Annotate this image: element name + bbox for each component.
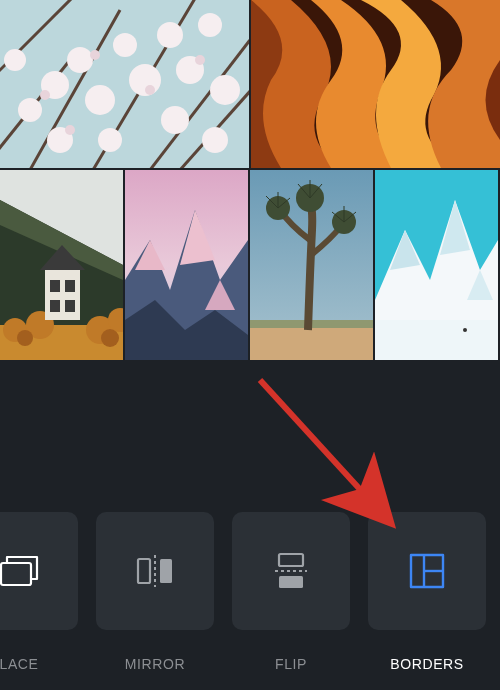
- house-autumn-icon: [0, 170, 123, 360]
- collage-cell-canyon[interactable]: [251, 0, 500, 168]
- slot-canyon-icon: [251, 0, 500, 168]
- collage-cell-joshua[interactable]: [250, 170, 373, 360]
- svg-rect-35: [65, 280, 75, 292]
- collage-cell-house[interactable]: [0, 170, 123, 360]
- borders-icon: [401, 545, 453, 597]
- tool-labels: LACE MIRROR FLIP BORDERS: [0, 656, 500, 672]
- svg-point-30: [17, 330, 33, 346]
- svg-point-18: [145, 85, 155, 95]
- svg-rect-37: [65, 300, 75, 312]
- svg-point-65: [463, 328, 467, 332]
- svg-point-14: [161, 106, 189, 134]
- collage-cell-blossoms[interactable]: [0, 0, 249, 168]
- tool-borders[interactable]: [368, 512, 486, 630]
- joshua-tree-icon: [250, 170, 373, 360]
- edit-toolbar: LACE MIRROR FLIP BORDERS: [0, 360, 500, 690]
- svg-point-5: [113, 33, 137, 57]
- alpine-sunset-icon: [125, 170, 248, 360]
- collage-cell-alpine[interactable]: [125, 170, 248, 360]
- cherry-blossoms-icon: [0, 0, 249, 168]
- tool-mirror[interactable]: [96, 512, 214, 630]
- svg-marker-32: [45, 270, 80, 320]
- collage-row-top: [0, 0, 500, 168]
- tool-flip[interactable]: [232, 512, 350, 630]
- svg-point-1: [18, 98, 42, 122]
- svg-point-20: [65, 125, 75, 135]
- svg-point-9: [198, 13, 222, 37]
- label-mirror: MIRROR: [96, 656, 214, 672]
- svg-point-19: [195, 55, 205, 65]
- svg-point-16: [40, 90, 50, 100]
- label-replace: LACE: [0, 656, 78, 672]
- svg-point-10: [210, 75, 240, 105]
- svg-rect-34: [50, 280, 60, 292]
- svg-rect-72: [279, 576, 303, 588]
- svg-point-7: [157, 22, 183, 48]
- svg-rect-69: [160, 559, 172, 583]
- svg-point-4: [85, 85, 115, 115]
- svg-point-3: [67, 47, 93, 73]
- svg-rect-70: [279, 554, 303, 566]
- svg-point-12: [4, 49, 26, 71]
- photo-collage: [0, 0, 500, 360]
- collage-cell-snowy[interactable]: [375, 170, 498, 360]
- svg-point-17: [90, 50, 100, 60]
- svg-line-76: [260, 380, 388, 520]
- snowy-peak-icon: [375, 170, 498, 360]
- label-flip: FLIP: [232, 656, 350, 672]
- svg-rect-36: [50, 300, 60, 312]
- replace-icon: [0, 545, 45, 597]
- mirror-icon: [129, 545, 181, 597]
- svg-point-13: [98, 128, 122, 152]
- tool-row: [0, 512, 500, 630]
- collage-row-bottom: [0, 170, 500, 360]
- svg-point-15: [202, 127, 228, 153]
- svg-rect-66: [1, 563, 31, 585]
- svg-rect-45: [250, 325, 373, 360]
- svg-point-31: [101, 329, 119, 347]
- label-borders: BORDERS: [368, 656, 486, 672]
- svg-rect-67: [138, 559, 150, 583]
- tool-replace[interactable]: [0, 512, 78, 630]
- svg-point-6: [129, 64, 161, 96]
- flip-icon: [265, 545, 317, 597]
- svg-rect-64: [375, 320, 498, 360]
